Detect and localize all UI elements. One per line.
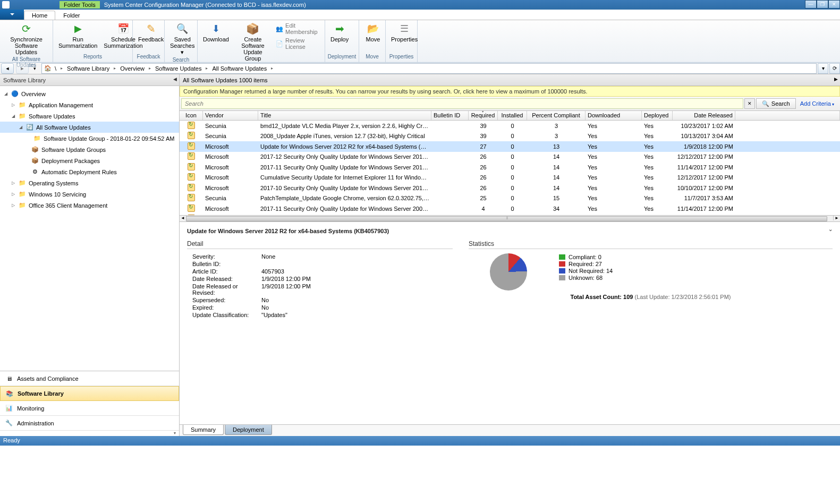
column-header-required[interactable]: Required [469, 111, 498, 120]
review-license-button[interactable]: 📄 Review License [274, 37, 323, 50]
breadcrumb-dropdown-button[interactable]: ▾ [818, 63, 828, 74]
breadcrumb-all-software-updates[interactable]: All Software Updates [209, 65, 270, 72]
column-header-title[interactable]: Title [258, 111, 431, 120]
feedback-button[interactable]: ✎ Feedback [135, 21, 167, 44]
scrollbar-thumb[interactable] [186, 216, 827, 221]
column-header-released[interactable]: Date Released [673, 111, 735, 120]
column-header-icon[interactable]: Icon [180, 111, 203, 120]
tree-toggle-icon[interactable]: ▷ [11, 192, 16, 197]
tree-toggle-icon[interactable]: ▷ [11, 203, 16, 208]
close-button[interactable]: ✕ [828, 0, 840, 8]
breadcrumb-root[interactable]: \ [52, 65, 60, 72]
search-input[interactable] [181, 98, 743, 109]
expand-content-button[interactable]: ▶ [834, 76, 838, 82]
detail-collapse-button[interactable]: ⌄ [828, 226, 833, 232]
tree-node-all-software-updates[interactable]: ◢ 🔄 All Software Updates [0, 122, 179, 133]
add-criteria-link[interactable]: Add Criteria [800, 100, 834, 107]
refresh-button[interactable]: ⟳ [829, 63, 840, 74]
tree-node-application-management[interactable]: ▷ 📁 Application Management [0, 99, 179, 110]
pencil-icon: ✎ [147, 22, 156, 35]
collapse-sidebar-button[interactable]: ◀ [173, 76, 177, 82]
breadcrumb-overview[interactable]: Overview [117, 65, 148, 72]
file-menu-button[interactable] [0, 9, 24, 20]
clear-search-button[interactable]: ✕ [744, 98, 755, 109]
cell-percent: 3 [527, 123, 586, 129]
create-software-update-group-button[interactable]: 📦 Create Software Update Group [232, 21, 274, 63]
tree-toggle-icon[interactable]: ◢ [11, 114, 16, 118]
cell-deployed: Yes [642, 174, 673, 181]
table-row[interactable]: Microsoft2017-10 Security Only Quality U… [180, 183, 840, 193]
minimize-button[interactable]: — [805, 0, 817, 8]
column-header-installed[interactable]: Installed [498, 111, 527, 120]
folder-tools-context-tab[interactable]: Folder Tools [60, 1, 100, 8]
tree-node-deployment-packages[interactable]: 📦 Deployment Packages [0, 155, 179, 166]
tab-summary[interactable]: Summary [183, 425, 224, 435]
download-button[interactable]: ⬇ Download [200, 21, 232, 44]
properties-button[interactable]: ☰ Properties [388, 21, 421, 44]
table-row[interactable]: MicrosoftUpdate for Windows Server 2012 … [180, 141, 840, 152]
tab-deployment[interactable]: Deployment [225, 425, 272, 435]
workspace-software-library[interactable]: 📚 Software Library [0, 386, 179, 401]
breadcrumb-software-library[interactable]: Software Library [64, 65, 113, 72]
cell-released: 12/12/2017 12:00 PM [673, 174, 735, 181]
saved-searches-button[interactable]: 🔍 Saved Searches ▾ [167, 21, 198, 57]
column-header-deployed[interactable]: Deployed [642, 111, 673, 120]
chevron-right-icon: ▸ [113, 66, 117, 71]
rules-icon: ⚙ [31, 168, 39, 176]
nav-back-button[interactable]: ◄ [1, 63, 14, 74]
tree-toggle-icon[interactable]: ▷ [11, 181, 16, 185]
grid-horizontal-scrollbar[interactable] [180, 215, 840, 221]
legend-label: Required: 27 [569, 261, 602, 267]
workspace-administration[interactable]: 🔧 Administration [0, 416, 179, 431]
run-summarization-button[interactable]: ▶ Run Summarization [55, 21, 100, 50]
column-header-vendor[interactable]: Vendor [203, 111, 258, 120]
tab-home[interactable]: Home [24, 11, 55, 20]
tree-node-automatic-deployment-rules[interactable]: ⚙ Automatic Deployment Rules [0, 166, 179, 177]
search-button[interactable]: 🔍 Search [756, 98, 796, 109]
cell-deployed: Yes [642, 153, 673, 160]
home-icon[interactable]: 🏠 [44, 65, 52, 72]
tree-toggle-icon[interactable]: ▷ [11, 102, 16, 107]
workspace-collapse-button[interactable]: ▾ [0, 431, 179, 436]
tree-node-software-update-groups[interactable]: 📦 Software Update Groups [0, 144, 179, 155]
workspace-monitoring[interactable]: 📊 Monitoring [0, 401, 179, 416]
workspace-assets-compliance[interactable]: 🖥 Assets and Compliance [0, 371, 179, 386]
edit-membership-button[interactable]: 👥 Edit Membership [274, 22, 323, 36]
table-row[interactable]: Secuniabmd12_Update VLC Media Player 2.x… [180, 121, 840, 131]
move-button[interactable]: 📂 Move [361, 21, 385, 44]
cell-percent: 14 [527, 164, 586, 170]
tree-node-overview[interactable]: ◢ 🔵 Overview [0, 88, 179, 99]
column-header-percent[interactable]: Percent Compliant [527, 111, 586, 120]
table-row[interactable]: Microsoft2017-11 Security Only Quality U… [180, 203, 840, 214]
table-row[interactable]: SecuniaPatchTemplate_Update Google Chrom… [180, 193, 840, 204]
column-header-bulletin[interactable]: Bulletin ID [431, 111, 469, 120]
cell-title: 2017-11 Security Only Quality Update for… [258, 206, 431, 212]
breadcrumb-path[interactable]: 🏠 \▸ Software Library▸ Overview▸ Softwar… [41, 63, 817, 74]
button-label: Search [771, 100, 790, 107]
tree-toggle-icon[interactable]: ◢ [18, 125, 23, 130]
restore-button[interactable]: ❐ [817, 0, 828, 8]
results-warning-bar[interactable]: Configuration Manager returned a large n… [180, 86, 840, 97]
sync-software-updates-button[interactable]: ⟳ Synchronize Software Updates [2, 21, 50, 56]
tab-folder[interactable]: Folder [55, 11, 88, 20]
nav-forward-button[interactable]: ► [16, 63, 29, 74]
cell-required: 26 [469, 185, 498, 191]
cell-required: 26 [469, 153, 498, 160]
table-row[interactable]: Microsoft2017-11 Security Only Quality U… [180, 162, 840, 173]
tree-node-windows-10-servicing[interactable]: ▷ 📁 Windows 10 Servicing [0, 189, 179, 200]
tree-node-office-365[interactable]: ▷ 📁 Office 365 Client Management [0, 200, 179, 211]
table-row[interactable]: Secunia2008_Update Apple iTunes, version… [180, 131, 840, 142]
tree-toggle-icon[interactable]: ◢ [3, 91, 9, 96]
tree-node-operating-systems[interactable]: ▷ 📁 Operating Systems [0, 177, 179, 189]
column-header-downloaded[interactable]: Downloaded [586, 111, 642, 120]
tree-node-software-updates[interactable]: ◢ 📁 Software Updates [0, 110, 179, 122]
nav-history-dropdown[interactable]: ▾ [31, 63, 38, 74]
tree-node-sug-folder[interactable]: 📁 Software Update Group - 2018-01-22 09:… [0, 133, 179, 144]
tree-label: All Software Updates [36, 124, 179, 131]
last-update-text: (Last Update: 1/23/2018 2:56:01 PM) [633, 294, 731, 300]
table-row[interactable]: Microsoft2017-12 Security Only Quality U… [180, 152, 840, 163]
deploy-button[interactable]: ➡ Deploy [327, 21, 352, 44]
grid-header-row: Icon Vendor Title Bulletin ID Required I… [180, 111, 840, 121]
breadcrumb-software-updates[interactable]: Software Updates [152, 65, 205, 72]
table-row[interactable]: MicrosoftCumulative Security Update for … [180, 173, 840, 183]
